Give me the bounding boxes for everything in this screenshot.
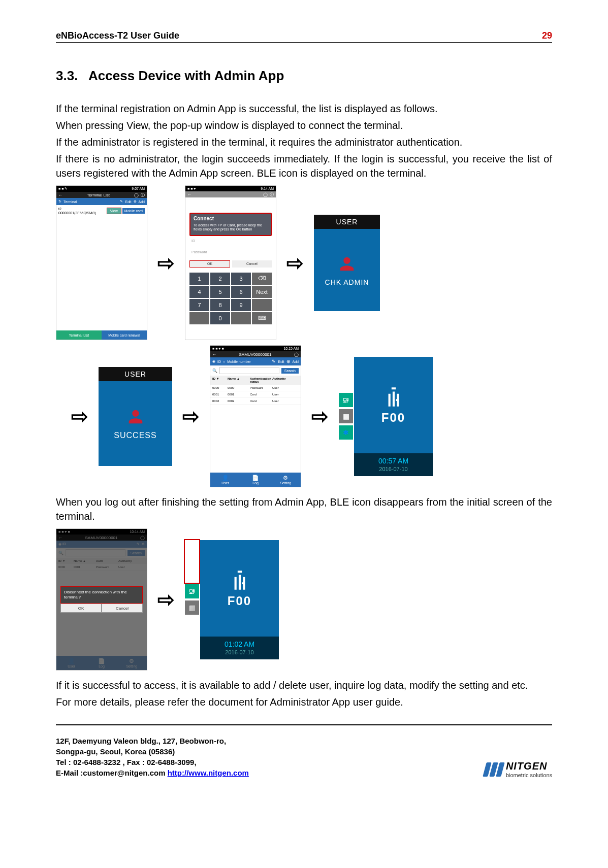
back-icon[interactable]: ←	[58, 193, 62, 197]
logo-text: NITGEN	[506, 760, 552, 772]
footer-address: 12F, Daemyung Valeon bldg., 127, Beobwon…	[56, 736, 249, 778]
screenshot-connect-dialog: ■ ■ ♥9:14 AM ←◯ⓘ Connect To access with …	[185, 185, 276, 340]
terminal-name: t2	[58, 207, 107, 211]
arrow-icon: ⇨	[177, 405, 205, 428]
id-input[interactable]: ID	[189, 238, 272, 245]
terminal-screen-f00-connected: F00 00:57 AM2016-07-10	[354, 357, 433, 476]
radio-mobile[interactable]: Mobile number	[227, 360, 250, 363]
edit-icon[interactable]: ✎	[272, 359, 276, 364]
arrow-icon: ⇨	[66, 405, 93, 428]
add-icon[interactable]: ⊕	[134, 199, 137, 204]
doc-title: eNBioAccess-T2 User Guide	[56, 30, 179, 41]
table-row[interactable]: 00020002CardUser	[210, 398, 301, 405]
key-4[interactable]: 4	[189, 286, 209, 298]
password-input[interactable]: Password	[189, 249, 272, 256]
col-name[interactable]: Name ▲	[228, 377, 250, 383]
nav-title: Terminal List	[65, 193, 132, 197]
toolbar-terminal-label: Terminal	[63, 200, 77, 204]
col-authority[interactable]: Authority	[272, 377, 293, 383]
edit-icon[interactable]: ✎	[120, 199, 123, 204]
paragraph: When pressing View, the pop-up window is…	[56, 118, 552, 132]
key-9[interactable]: 9	[231, 299, 251, 311]
toolbar-edit[interactable]: Edit	[278, 360, 284, 363]
person-icon	[125, 407, 146, 427]
mini-status-label: CHK ADMIN	[325, 278, 369, 286]
table-row[interactable]: 00010001CardUser	[210, 391, 301, 398]
toolbar-add[interactable]: Add	[293, 360, 299, 363]
info-icon[interactable]: ⓘ	[141, 192, 145, 198]
toolbar-edit[interactable]: Edit	[125, 200, 131, 204]
key-blank-a	[252, 299, 272, 311]
status-icon: ▦	[185, 600, 199, 615]
col-id[interactable]: ID ▼	[212, 377, 228, 383]
network-icon: 🖳	[185, 584, 199, 598]
key-5[interactable]: 5	[210, 286, 230, 298]
website-link[interactable]: http://www.nitgen.com	[168, 769, 249, 777]
side-icon-strip: 🖳 ▦ ✱	[339, 393, 354, 440]
sync-icon[interactable]: ◯	[294, 352, 299, 357]
key-next[interactable]: Next	[252, 286, 272, 298]
status-clock: 9:07 AM	[132, 187, 145, 191]
ok-button[interactable]: OK	[189, 260, 230, 268]
cancel-button[interactable]: Cancel	[102, 604, 143, 613]
disconnect-message: Disconnect the connection with the termi…	[60, 586, 143, 604]
refresh-icon[interactable]: ↻	[58, 199, 61, 204]
nav-title: SAMUV00000001	[218, 352, 292, 357]
radio-id[interactable]: ID	[217, 360, 221, 363]
bluetooth-icon: ✱	[339, 425, 353, 440]
status-clock: 9:14 AM	[261, 187, 274, 190]
add-icon[interactable]: ⊕	[286, 359, 291, 364]
tab-mobile-renewal[interactable]: Mobile card renewal	[102, 330, 147, 340]
keypad: 1 2 3 ⌫ 4 5 6 Next 7 8 9 0 ⌨	[189, 273, 272, 324]
mini-date: 2016-07-10	[354, 465, 433, 473]
cancel-button[interactable]: Cancel	[232, 260, 272, 268]
key-keyboard-icon[interactable]: ⌨	[252, 312, 272, 324]
mobile-card-button[interactable]: Mobile card	[122, 208, 145, 214]
section-number: 3.3.	[56, 68, 78, 83]
view-button[interactable]: View	[107, 208, 121, 214]
company-logo: NITGEN biometric solutions	[485, 760, 552, 778]
status-left-icons: ■ ■ ♥	[187, 187, 196, 190]
key-3[interactable]: 3	[231, 273, 251, 285]
nav-setting[interactable]: ⚙Setting	[271, 473, 301, 487]
mini-big-text: F00	[381, 411, 405, 425]
key-1[interactable]: 1	[189, 273, 209, 285]
key-0[interactable]: 0	[210, 312, 230, 324]
key-backspace[interactable]: ⌫	[252, 273, 272, 285]
section-heading: 3.3. Access Device with Admin App	[56, 68, 552, 84]
terminal-screen-success: USER SUCCESS	[99, 367, 172, 466]
mini-time: 01:02 AM	[200, 640, 279, 649]
paragraph: If the administrator is registered in th…	[56, 135, 552, 149]
dialog-message: To access with FP or Card, please keep t…	[190, 223, 271, 235]
screenshot-disconnect-dialog: ■ ■ ♥ ■10:14 AM ←SAMUV00000001◯ ◉ ID✎⊕ 🔍…	[56, 528, 147, 671]
door-icon	[227, 569, 252, 594]
user-icon: 👤	[222, 475, 229, 481]
mini-status-label: SUCCESS	[114, 431, 156, 440]
nav-user[interactable]: 👤User	[210, 473, 240, 487]
ok-button[interactable]: OK	[60, 604, 102, 613]
paragraph: When you log out after finishing the set…	[56, 495, 552, 523]
col-auth[interactable]: Authentication status	[250, 377, 272, 383]
table-row[interactable]: 00000000PasswordUser	[210, 385, 301, 391]
mini-time: 00:57 AM	[354, 456, 433, 465]
log-icon: 📄	[252, 475, 259, 481]
key-7[interactable]: 7	[189, 299, 209, 311]
key-6[interactable]: 6	[231, 286, 251, 298]
tab-terminal-list[interactable]: Terminal List	[56, 330, 102, 340]
mini-top-label: USER	[314, 215, 380, 229]
sync-icon[interactable]: ◯	[134, 193, 139, 197]
door-icon	[381, 385, 406, 411]
search-button[interactable]: Search	[281, 368, 299, 374]
svg-point-1	[242, 582, 244, 584]
paragraph: If there is no administrator, the login …	[56, 152, 552, 180]
key-blank-c	[231, 312, 251, 324]
key-2[interactable]: 2	[210, 273, 230, 285]
section-title-text: Access Device with Admin App	[88, 68, 284, 83]
page-number: 29	[542, 30, 552, 41]
search-input[interactable]	[219, 367, 279, 374]
nav-log[interactable]: 📄Log	[240, 473, 270, 487]
back-icon[interactable]: ←	[212, 352, 216, 357]
toolbar-add[interactable]: Add	[139, 200, 145, 204]
key-8[interactable]: 8	[210, 299, 230, 311]
gear-icon: ⚙	[283, 475, 288, 481]
